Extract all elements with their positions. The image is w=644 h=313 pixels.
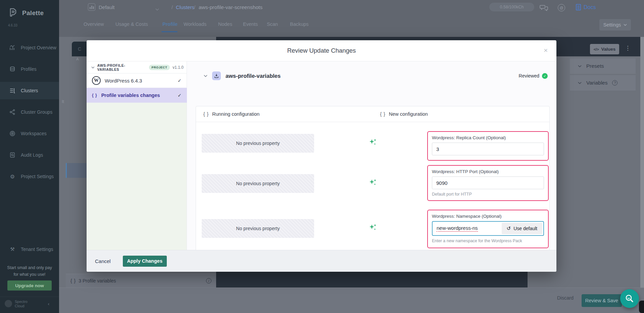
modal-footer: Cancel Apply Changes [87, 250, 556, 272]
tools-icon: ⚒ [9, 246, 15, 252]
sidebar-item-profiles[interactable]: Profiles [0, 60, 59, 78]
namespace-input[interactable]: new-wordpress-ns [433, 222, 501, 235]
sidebar-item-clusters[interactable]: Clusters [0, 82, 59, 99]
brace-icon: { } [203, 111, 209, 117]
upgrade-promo-line2: for what you use! [0, 271, 59, 278]
replica-count-input[interactable] [432, 143, 544, 155]
tab-backups[interactable]: Backups [290, 21, 309, 27]
org-avatar [5, 300, 12, 307]
brand-name: Palette [22, 9, 44, 17]
page-scrollbar[interactable] [640, 37, 644, 288]
app-screen: Palette 4.6.33 Project Overview Profiles… [0, 0, 644, 313]
app-version: 4.6.33 [8, 23, 17, 27]
revert-icon: ↺ [507, 225, 511, 231]
palette-logo-icon [7, 7, 19, 19]
discard-button[interactable]: Discard [557, 295, 574, 301]
tab-overview[interactable]: Overview [84, 21, 104, 27]
tab-workloads[interactable]: Workloads [184, 21, 206, 27]
background-selected-row-fragment [66, 163, 87, 178]
docs-link[interactable]: Docs [576, 4, 596, 10]
sidebar-item-label: Profiles [21, 66, 37, 72]
profile-header[interactable]: AWS-PROFILE-VARIABLES PROJECT v1.1.0 [87, 61, 187, 73]
import-icon [212, 71, 221, 80]
corner-widget-tab[interactable] [639, 301, 644, 313]
breadcrumb-separator: / [194, 4, 195, 10]
sidebar-divider [0, 297, 59, 297]
profile-version: v1.1.0 [172, 65, 184, 70]
reviewed-check-icon: ✓ [542, 73, 548, 79]
clusters-icon [9, 88, 15, 94]
brand: Palette [7, 7, 44, 19]
help-icon[interactable]: ? [612, 80, 617, 86]
modal-header: Review Update Changes × [87, 40, 556, 61]
tab-events[interactable]: Events [243, 21, 258, 27]
brace-icon: { } [70, 278, 76, 283]
chevron-down-icon[interactable] [155, 6, 159, 12]
variables-section-header[interactable]: Variables ? [570, 75, 636, 91]
no-previous-property-box: No previous property [202, 134, 314, 153]
chat-icon[interactable] [540, 4, 548, 13]
scope-badge: PROJECT [149, 65, 170, 70]
left-panel-background [87, 103, 187, 250]
tab-profile[interactable]: Profile [162, 21, 178, 27]
running-configuration-header: { } Running configuration [196, 106, 373, 122]
sidebar-item-cluster-groups[interactable]: Cluster Groups [0, 103, 59, 121]
sidebar-item-label: Cluster Groups [21, 109, 52, 115]
sidebar-collapse-icon[interactable]: ‹ [48, 301, 50, 307]
brace-icon: { } [92, 93, 97, 98]
magnifier-icon [625, 294, 635, 304]
sidebar-item-tenant-settings[interactable]: ⚒ Tenant Settings [0, 241, 59, 258]
cancel-button[interactable]: Cancel [95, 258, 111, 264]
use-default-button[interactable]: ↺ Use default [502, 223, 542, 234]
close-icon[interactable]: × [544, 46, 548, 54]
kebab-menu-icon[interactable]: ⋮ [625, 45, 631, 51]
background-text-fragment: A [76, 57, 79, 61]
namespace-input-wrap: new-wordpress-ns ↺ Use default [432, 221, 544, 236]
modal-left-panel: AWS-PROFILE-VARIABLES PROJECT v1.1.0 W W… [87, 61, 187, 250]
presets-section-header[interactable]: Presets [570, 58, 636, 74]
search-assistant-widget[interactable] [620, 289, 639, 308]
sidebar-item-audit-logs[interactable]: Audit Logs [0, 146, 59, 164]
info-icon[interactable]: i [206, 278, 211, 283]
tab-scan[interactable]: Scan [267, 21, 278, 27]
chevron-down-icon[interactable] [204, 75, 207, 77]
tab-nodes[interactable]: Nodes [218, 21, 232, 27]
apply-changes-button[interactable]: Apply Changes [123, 256, 167, 267]
settings-dropdown-button[interactable]: Settings [599, 19, 631, 31]
new-configuration-header: { } New configuration [373, 106, 550, 122]
check-icon: ✓ [178, 78, 182, 83]
http-port-input[interactable] [432, 176, 544, 189]
sidebar-item-label: Project Overview [21, 45, 56, 50]
code-icon: </> [594, 47, 599, 51]
upgrade-now-button[interactable]: Upgrade now [7, 280, 52, 291]
profile-name: AWS-PROFILE-VARIABLES [97, 63, 146, 71]
active-tab-underline [161, 31, 178, 32]
chevron-down-icon [578, 65, 582, 67]
background-text-fragment: It [62, 99, 64, 104]
project-selector[interactable]: Default [99, 4, 115, 10]
pack-item-wordpress[interactable]: W WordPress 6.4.3 ✓ [87, 73, 187, 88]
tab-usage-costs[interactable]: Usage & Costs [115, 21, 148, 27]
sidebar-item-label: Tenant Settings [21, 247, 53, 252]
diff-column-headers: { } Running configuration { } New config… [196, 106, 549, 122]
chevron-down-icon [624, 24, 627, 26]
sparkle-new-icon [367, 178, 379, 187]
doc-icon [576, 4, 581, 10]
values-button[interactable]: </> Values [590, 44, 619, 54]
breadcrumb-clusters-link[interactable]: Clusters [176, 4, 194, 10]
annotation-highlight: Wordpress: Namespace (Optional) new-word… [427, 210, 549, 248]
profile-variables-changes-item[interactable]: { } Profile variables changes ✓ [87, 88, 187, 103]
sparkle-new-icon [367, 138, 379, 146]
sidebar-item-project-overview[interactable]: Project Overview [0, 39, 59, 56]
field-label: Wordpress: HTTP Port (Optional) [432, 169, 544, 174]
background-card-fragment: C [72, 42, 87, 56]
no-previous-property-box: No previous property [202, 219, 314, 238]
sparkle-new-icon [367, 223, 379, 231]
reviewed-status: Reviewed ✓ [519, 73, 548, 79]
sidebar-item-project-settings[interactable]: ⚙ Project Settings [0, 168, 59, 185]
profile-variables-summary-bar[interactable]: { } 3 Profile variables i [66, 274, 216, 288]
review-update-changes-modal: Review Update Changes × AWS-PROFILE-VARI… [87, 40, 556, 272]
review-save-button[interactable]: Review & Save [582, 294, 622, 307]
support-at-icon[interactable]: @ [558, 4, 565, 11]
sidebar-item-workspaces[interactable]: Workspaces [0, 125, 59, 142]
